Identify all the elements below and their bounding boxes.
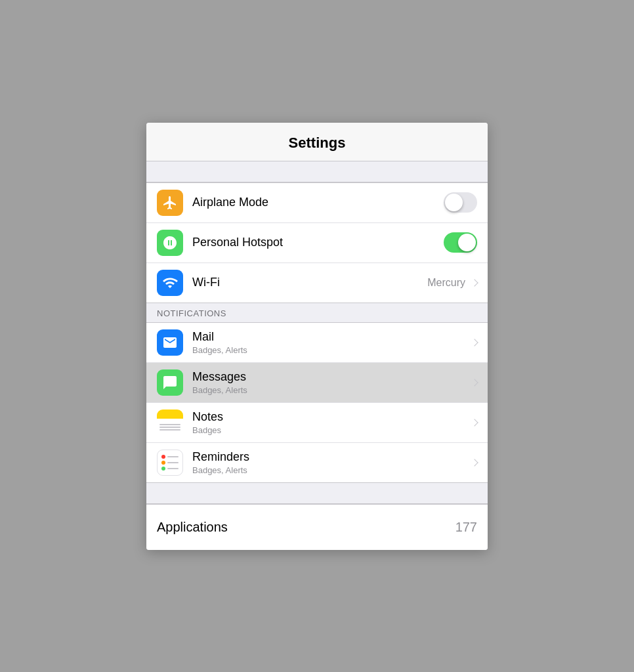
messages-row[interactable]: Messages Badges, Alerts — [146, 363, 488, 403]
notes-row[interactable]: Notes Badges — [146, 403, 488, 443]
messages-icon-wrap — [157, 369, 183, 396]
personal-hotspot-row[interactable]: Personal Hotspot — [146, 223, 488, 263]
airplane-mode-icon-wrap — [157, 190, 183, 216]
notes-icon-bottom — [157, 419, 183, 436]
notes-icon-wrap — [157, 410, 183, 436]
airplane-mode-toggle[interactable] — [444, 192, 477, 213]
reminder-dot-2 — [161, 461, 165, 465]
applications-count: 177 — [455, 520, 477, 535]
mail-row[interactable]: Mail Badges, Alerts — [146, 323, 488, 363]
hotspot-toggle[interactable] — [444, 232, 477, 253]
reminders-chevron — [471, 459, 478, 466]
reminder-item-3 — [161, 467, 179, 471]
hotspot-text: Personal Hotspot — [192, 236, 444, 249]
messages-right — [469, 380, 477, 385]
applications-label: Applications — [157, 520, 455, 535]
notes-subtitle: Badges — [192, 425, 469, 435]
reminder-item-2 — [161, 461, 179, 465]
wifi-right: Mercury — [427, 277, 477, 289]
hotspot-toggle-knob — [458, 234, 476, 251]
notes-line-3 — [159, 429, 180, 430]
wifi-icon — [162, 275, 178, 291]
reminders-right — [469, 460, 477, 465]
notes-line-1 — [159, 424, 180, 425]
mail-icon-wrap — [157, 329, 183, 356]
wifi-text: Wi-Fi — [192, 276, 427, 289]
phone-panel: Settings Airplane Mode — [146, 123, 488, 550]
settings-header: Settings — [146, 123, 488, 161]
wifi-chevron — [471, 279, 478, 286]
airplane-mode-text: Airplane Mode — [192, 196, 444, 209]
messages-chevron — [471, 379, 478, 386]
reminders-icon-wrap — [157, 450, 183, 476]
wifi-label: Wi-Fi — [192, 276, 427, 289]
airplane-mode-row[interactable]: Airplane Mode — [146, 183, 488, 223]
airplane-mode-toggle-knob — [445, 194, 463, 211]
mail-text: Mail Badges, Alerts — [192, 330, 469, 355]
connectivity-group: Airplane Mode Personal Hotspot — [146, 182, 488, 303]
page-title: Settings — [146, 135, 488, 152]
notes-label: Notes — [192, 410, 469, 424]
wifi-row[interactable]: Wi-Fi Mercury — [146, 263, 488, 303]
reminders-subtitle: Badges, Alerts — [192, 465, 469, 475]
notifications-group: Mail Badges, Alerts Messages Badges, Ale… — [146, 322, 488, 483]
reminder-line-1 — [167, 456, 179, 457]
notes-line-2 — [159, 427, 180, 428]
reminders-row[interactable]: Reminders Badges, Alerts — [146, 443, 488, 482]
reminder-line-3 — [167, 468, 179, 469]
reminder-item-1 — [161, 455, 179, 459]
wifi-value: Mercury — [427, 277, 465, 289]
hotspot-icon-wrap — [157, 230, 183, 256]
hotspot-label: Personal Hotspot — [192, 236, 444, 249]
messages-text: Messages Badges, Alerts — [192, 370, 469, 395]
notes-icon-top — [157, 410, 183, 419]
mail-icon — [162, 335, 178, 350]
mail-right — [469, 340, 477, 345]
notes-text: Notes Badges — [192, 410, 469, 435]
notes-right — [469, 420, 477, 425]
applications-row[interactable]: Applications 177 — [146, 504, 488, 550]
reminders-label: Reminders — [192, 450, 469, 464]
reminder-dot-3 — [161, 467, 165, 471]
airplane-icon — [162, 195, 178, 211]
messages-icon — [162, 375, 178, 390]
mail-label: Mail — [192, 330, 469, 344]
notifications-section-label: NOTIFICATIONS — [146, 303, 488, 322]
reminder-dot-1 — [161, 455, 165, 459]
bottom-section-gap — [146, 483, 488, 504]
airplane-mode-label: Airplane Mode — [192, 196, 444, 209]
mail-chevron — [471, 339, 478, 346]
notes-chevron — [471, 419, 478, 426]
wifi-icon-wrap — [157, 270, 183, 296]
reminders-text: Reminders Badges, Alerts — [192, 450, 469, 475]
messages-label: Messages — [192, 370, 469, 384]
top-section-gap — [146, 161, 488, 182]
hotspot-icon — [162, 235, 178, 251]
reminder-line-2 — [167, 462, 179, 463]
mail-subtitle: Badges, Alerts — [192, 345, 469, 355]
messages-subtitle: Badges, Alerts — [192, 385, 469, 395]
